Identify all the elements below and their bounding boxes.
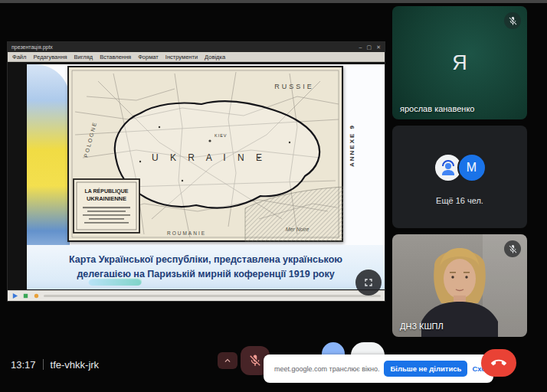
screen-top-edge bbox=[0, 0, 547, 3]
map-legend-title-1: LA RÉPUBLIQUE bbox=[85, 188, 129, 194]
participant-name: ДНЗ КШПЛ bbox=[400, 322, 444, 331]
menu-view[interactable]: Вигляд bbox=[74, 52, 93, 61]
stop-icon[interactable] bbox=[22, 292, 29, 299]
expand-arrows-icon bbox=[362, 276, 375, 289]
google-meet-window: презентація.pptx – ▢ ✕ Файл Редагування … bbox=[0, 0, 547, 392]
shared-window-titlebar: презентація.pptx – ▢ ✕ bbox=[8, 42, 385, 52]
historical-map-image: RUSSIE POLOGNE U K R A I N E KIEV Mer No… bbox=[67, 66, 343, 242]
map-label-ukraine: U K R A I N E bbox=[152, 152, 267, 163]
stop-sharing-button[interactable]: Більше не ділитись bbox=[384, 361, 467, 377]
info-divider bbox=[43, 359, 44, 370]
avatar-initial: M bbox=[467, 161, 477, 175]
mic-off-icon bbox=[248, 354, 262, 368]
meeting-info: 13:17 tfe-vhkk-jrk bbox=[11, 357, 99, 372]
menu-tools[interactable]: Інструменти bbox=[165, 52, 198, 61]
participant-initial: Я bbox=[452, 51, 467, 75]
map-label-kiev: KIEV bbox=[215, 133, 228, 138]
menu-help[interactable]: Довідка bbox=[205, 52, 225, 61]
map-legend-title-2: UKRAINIENNE bbox=[87, 195, 126, 202]
participant-tile-more-people[interactable]: M Ещё 16 чел. bbox=[392, 126, 527, 228]
screenshare-notification-text: meet.google.com транслює вікно. bbox=[274, 365, 379, 373]
meeting-code: tfe-vhkk-jrk bbox=[51, 359, 100, 371]
maximize-icon[interactable]: ▢ bbox=[367, 42, 372, 52]
map-label-sea: Mer Noire bbox=[286, 227, 310, 232]
presentation-slide: RUSSIE POLOGNE U K R A I N E KIEV Mer No… bbox=[27, 64, 385, 289]
more-participants-label: Ещё 16 чел. bbox=[392, 196, 527, 205]
mic-muted-badge bbox=[504, 240, 521, 257]
menu-format[interactable]: Формат bbox=[138, 52, 159, 61]
map-label-russie: RUSSIE bbox=[274, 83, 314, 90]
screenshare-notification: meet.google.com транслює вікно. Більше н… bbox=[264, 354, 493, 383]
slide-decoration-pill bbox=[88, 277, 142, 286]
map-legend-box: LA RÉPUBLIQUE UKRAINIENNE bbox=[74, 179, 139, 233]
meeting-time: 13:17 bbox=[11, 359, 36, 371]
mic-off-icon bbox=[508, 16, 518, 26]
shared-window-toolbar bbox=[8, 290, 385, 301]
settings-icon[interactable] bbox=[33, 292, 40, 299]
mic-muted-badge bbox=[504, 12, 521, 29]
person-avatar-icon bbox=[439, 158, 457, 177]
participant-tile-yaroslav[interactable]: Я ярослав канавенко bbox=[392, 6, 527, 119]
map-label-roumanie: ROUMANIE bbox=[167, 230, 206, 236]
map-image-frame: RUSSIE POLOGNE U K R A I N E KIEV Mer No… bbox=[67, 66, 343, 242]
expand-controls-button[interactable] bbox=[218, 352, 237, 369]
avatar: M bbox=[457, 153, 486, 182]
map-annexe-label: ANNEXE 9 bbox=[349, 124, 355, 167]
shared-window-content: RUSSIE POLOGNE U K R A I N E KIEV Mer No… bbox=[8, 62, 385, 290]
play-icon[interactable] bbox=[11, 292, 18, 299]
menu-file[interactable]: Файл bbox=[12, 52, 26, 61]
slide-caption: Карта Української республіки, представле… bbox=[27, 245, 385, 289]
screenshare-region[interactable]: презентація.pptx – ▢ ✕ Файл Редагування … bbox=[8, 42, 385, 301]
participant-tile-dnz-kshpl[interactable]: ДНЗ КШПЛ bbox=[392, 234, 527, 337]
chevron-up-icon bbox=[222, 355, 233, 366]
leave-call-button[interactable] bbox=[481, 349, 516, 377]
minimize-icon[interactable]: – bbox=[359, 42, 362, 52]
menu-edit[interactable]: Редагування bbox=[33, 52, 67, 61]
participant-avatars: M bbox=[392, 153, 527, 182]
toolbar-progress-track[interactable] bbox=[44, 295, 381, 297]
mic-off-icon bbox=[508, 244, 518, 254]
participant-name: ярослав канавенко bbox=[400, 104, 474, 113]
shared-window-menubar: Файл Редагування Вигляд Вставлення Форма… bbox=[8, 52, 385, 62]
menu-insert[interactable]: Вставлення bbox=[100, 52, 131, 61]
shared-window-title: презентація.pptx bbox=[11, 42, 53, 52]
call-end-icon bbox=[491, 355, 506, 371]
close-icon[interactable]: ✕ bbox=[376, 42, 381, 52]
slide-caption-line1: Карта Української республіки, представле… bbox=[69, 253, 342, 267]
expand-screenshare-button[interactable] bbox=[355, 270, 382, 296]
